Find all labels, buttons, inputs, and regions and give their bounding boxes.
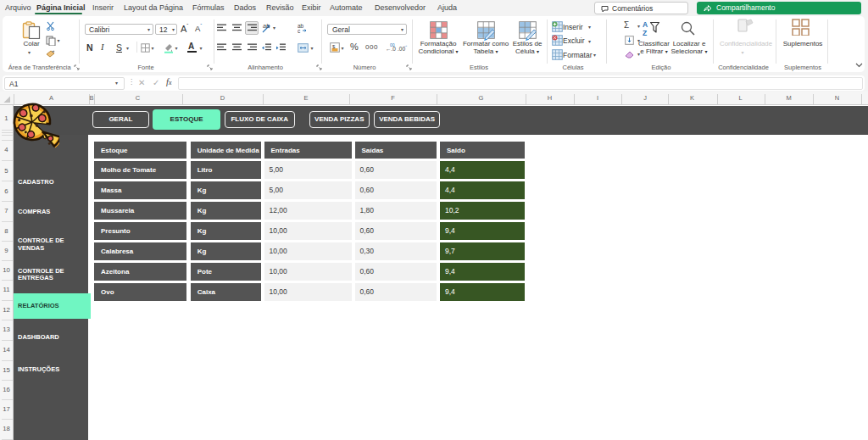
svg-text:00: 00 — [390, 42, 395, 47]
svg-text:A: A — [643, 20, 648, 29]
svg-text:ab: ab — [263, 23, 270, 29]
svg-text:$: $ — [332, 44, 336, 49]
svg-text:Z: Z — [643, 29, 647, 36]
svg-text:→: → — [403, 42, 408, 47]
